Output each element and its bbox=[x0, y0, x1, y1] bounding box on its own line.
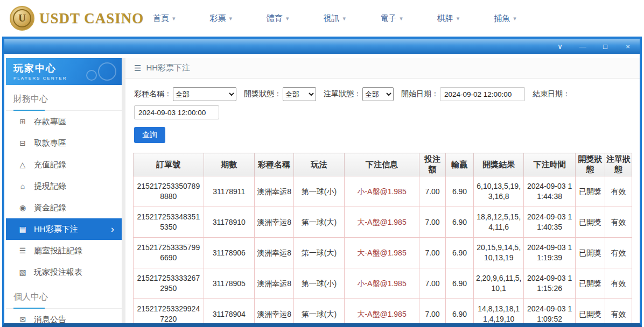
table-cell: 大-A盤@1.985 bbox=[344, 207, 419, 238]
table-cell: 第一球(大) bbox=[294, 238, 345, 268]
column-header: 下注信息 bbox=[344, 153, 419, 176]
draw-status-select[interactable]: 全部 bbox=[283, 87, 316, 101]
column-header: 玩法 bbox=[294, 153, 345, 176]
table-cell: 31178905 bbox=[204, 268, 254, 299]
table-cell: 6.90 bbox=[445, 176, 474, 207]
column-header: 下注時間 bbox=[523, 153, 575, 176]
window-body: 玩家中心 PLAYERS CENTER 財務中心 ⊞存款專區⊟取款專區△充值記錄… bbox=[4, 54, 640, 323]
window-minimize-button[interactable]: — bbox=[578, 43, 587, 50]
table-cell: 2024-09-03 11:40:35 bbox=[523, 207, 575, 238]
start-date-input[interactable] bbox=[440, 87, 525, 101]
chevron-down-icon: ▾ bbox=[172, 15, 176, 22]
sidebar-item[interactable]: ☰廳室投註記錄 bbox=[6, 240, 122, 261]
bets-table: 訂單號期數彩種名稱玩法下注信息投注額輸贏開獎結果下注時間開獎狀態注單狀態 215… bbox=[133, 153, 632, 323]
sidebar-item-label: 充值記錄 bbox=[34, 160, 114, 170]
sidebar-item[interactable]: ▧玩家投注報表 bbox=[6, 261, 122, 283]
sidebar-item[interactable]: ▤HH彩票下注› bbox=[6, 218, 122, 240]
table-cell: 有效 bbox=[605, 207, 632, 238]
bet-status-select[interactable]: 全部 bbox=[362, 87, 394, 101]
column-header: 彩種名稱 bbox=[255, 153, 294, 176]
query-button[interactable]: 查詢 bbox=[134, 127, 165, 143]
section-finance-center: 財務中心 bbox=[6, 85, 122, 111]
end-date-label: 結束日期： bbox=[533, 89, 570, 99]
menu-toggle-icon[interactable]: ☰ bbox=[134, 63, 141, 73]
sidebar-header: 玩家中心 PLAYERS CENTER bbox=[6, 58, 122, 85]
nav-item[interactable]: 棋牌▾ bbox=[437, 13, 460, 24]
window-rollup-button[interactable]: ∨ bbox=[556, 43, 564, 50]
table-cell: 2024-09-03 11:09:52 bbox=[523, 299, 575, 324]
sidebar-item-label: 玩家投注報表 bbox=[34, 267, 114, 278]
table-row: 215217253333267295031178905澳洲幸运8第一球(小)小-… bbox=[134, 268, 632, 299]
bets-table-container: 訂單號期數彩種名稱玩法下注信息投注額輸贏開獎結果下注時間開獎狀態注單狀態 215… bbox=[133, 153, 632, 323]
draw-status-label: 開獎狀態： bbox=[244, 89, 282, 99]
table-cell: 6.90 bbox=[445, 238, 474, 268]
nav-item[interactable]: 捕魚▾ bbox=[494, 13, 516, 24]
nav-item[interactable]: 電子▾ bbox=[380, 13, 403, 24]
sidebar-item[interactable]: ⊞存款專區 bbox=[6, 111, 122, 132]
room-bet-record-icon: ☰ bbox=[18, 246, 27, 255]
breadcrumb: ☰ HH彩票下注 bbox=[125, 58, 640, 79]
table-cell: 2152172533507898880 bbox=[134, 176, 204, 207]
table-cell: 有效 bbox=[605, 238, 632, 268]
window-close-button[interactable]: × bbox=[624, 43, 632, 50]
table-cell: 澳洲幸运8 bbox=[255, 299, 294, 324]
top-nav-bar: U USDT CASINO 首頁▾彩票▾體育▾視訊▾電子▾棋牌▾捕魚▾ bbox=[0, 0, 644, 37]
section-personal-center: 個人中心 bbox=[6, 283, 122, 309]
table-cell: 31178904 bbox=[204, 299, 254, 324]
site-logo[interactable]: U USDT CASINO bbox=[10, 6, 138, 31]
table-cell: 2,20,9,6,11,5,10,1 bbox=[474, 268, 524, 299]
table-cell: 2152172533483515350 bbox=[134, 207, 204, 238]
chevron-right-icon: › bbox=[111, 224, 114, 234]
table-cell: 已開獎 bbox=[576, 176, 605, 207]
sidebar-item[interactable]: △充值記錄 bbox=[6, 154, 122, 175]
nav-item-label: 視訊 bbox=[324, 13, 340, 24]
sidebar: 玩家中心 PLAYERS CENTER 財務中心 ⊞存款專區⊟取款專區△充值記錄… bbox=[6, 58, 125, 323]
personal-menu: ✉消息公告 bbox=[6, 309, 122, 323]
chevron-down-icon: ▾ bbox=[513, 15, 516, 22]
column-header: 投注額 bbox=[419, 153, 445, 176]
lottery-name-label: 彩種名稱： bbox=[134, 89, 172, 99]
lottery-name-select[interactable]: 全部 bbox=[173, 87, 236, 101]
table-cell: 第一球(大) bbox=[294, 207, 345, 238]
table-header-row: 訂單號期數彩種名稱玩法下注信息投注額輸贏開獎結果下注時間開獎狀態注單狀態 bbox=[134, 153, 632, 176]
table-cell: 7.00 bbox=[419, 176, 445, 207]
nav-item[interactable]: 視訊▾ bbox=[324, 13, 346, 24]
logo-emblem-icon: U bbox=[10, 6, 34, 31]
table-cell: 2152172533299247220 bbox=[134, 299, 204, 324]
table-cell: 6.90 bbox=[445, 268, 474, 299]
finance-menu: ⊞存款專區⊟取款專區△充值記錄⌂提現記錄◉資金記錄▤HH彩票下注›☰廳室投註記錄… bbox=[6, 111, 122, 283]
nav-item[interactable]: 首頁▾ bbox=[153, 13, 176, 24]
table-row: 215217253350789888031178911澳洲幸运8第一球(小)小-… bbox=[134, 176, 632, 207]
deposit-icon: ⊞ bbox=[18, 117, 27, 126]
table-cell: 6,10,13,5,19,3,16,8 bbox=[474, 176, 524, 207]
chevron-down-icon: ▾ bbox=[400, 15, 403, 22]
end-date-input[interactable] bbox=[134, 105, 219, 119]
chevron-down-icon: ▾ bbox=[457, 15, 460, 22]
sidebar-item[interactable]: ◉資金記錄 bbox=[6, 197, 122, 218]
sidebar-item[interactable]: ⊟取款專區 bbox=[6, 132, 122, 154]
column-header: 開獎狀態 bbox=[576, 153, 605, 176]
logo-monogram: U bbox=[13, 9, 31, 27]
logo-text: USDT CASINO bbox=[39, 10, 144, 27]
main-panel: ☰ HH彩票下注 彩種名稱： 全部 開獎狀態： 全部 注單狀態： 全部 bbox=[125, 58, 640, 323]
table-row: 215217253329924722031178904澳洲幸运8第一球(大)大-… bbox=[134, 299, 632, 324]
nav-item-label: 捕魚 bbox=[494, 13, 510, 24]
window-maximize-button[interactable]: □ bbox=[601, 43, 610, 50]
chevron-down-icon: ▾ bbox=[286, 15, 289, 22]
sidebar-item-label: 存款專區 bbox=[34, 117, 114, 127]
table-row: 215217253335799669031178906澳洲幸运8第一球(大)大-… bbox=[134, 238, 632, 268]
table-cell: 澳洲幸运8 bbox=[255, 207, 294, 238]
nav-item[interactable]: 彩票▾ bbox=[210, 13, 233, 24]
column-header: 開獎結果 bbox=[474, 153, 524, 176]
table-row: 215217253348351535031178910澳洲幸运8第一球(大)大-… bbox=[134, 207, 632, 238]
table-cell: 7.00 bbox=[419, 299, 445, 324]
nav-item[interactable]: 體育▾ bbox=[267, 13, 289, 24]
table-cell: 14,8,13,18,11,4,19,10 bbox=[474, 299, 524, 324]
sidebar-item-label: 資金記錄 bbox=[34, 203, 114, 213]
table-cell: 已開獎 bbox=[576, 238, 605, 268]
window-titlebar: ∨ — □ × bbox=[4, 39, 640, 54]
player-bet-report-icon: ▧ bbox=[18, 268, 27, 276]
sidebar-item[interactable]: ✉消息公告 bbox=[6, 309, 122, 323]
sidebar-item[interactable]: ⌂提現記錄 bbox=[6, 175, 122, 197]
table-cell: 大-A盤@1.985 bbox=[344, 238, 419, 268]
